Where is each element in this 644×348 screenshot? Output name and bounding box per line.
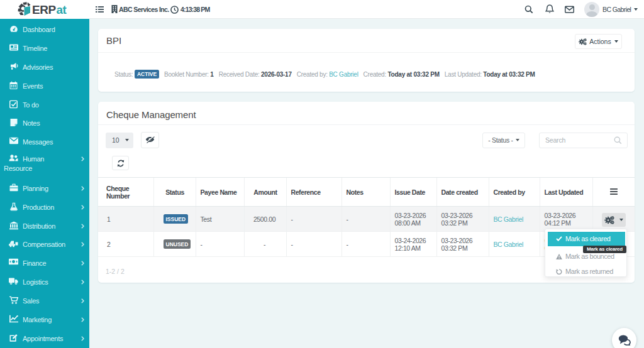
svg-text:at: at	[57, 3, 67, 16]
svg-text:ERP: ERP	[32, 3, 56, 16]
